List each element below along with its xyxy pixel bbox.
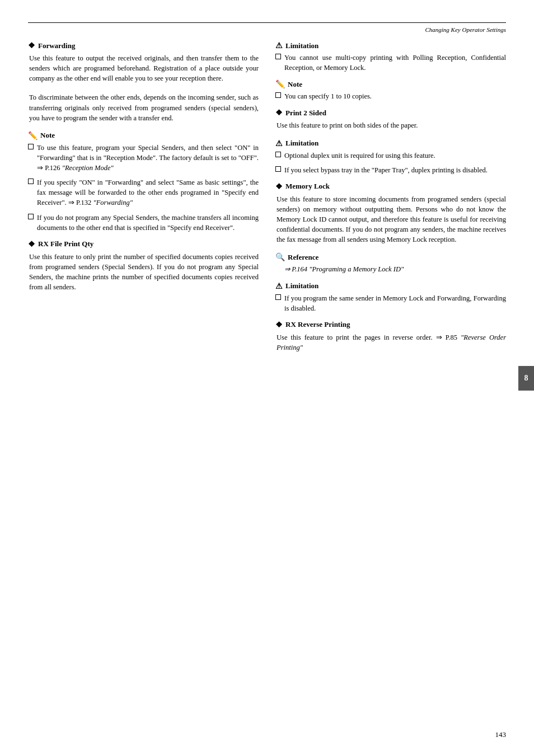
memory-lock-body: Use this feature to store incoming docum… xyxy=(277,194,506,245)
reference1-body: ⇒ P.164 "Programing a Memory Lock ID" xyxy=(275,264,506,274)
header-line xyxy=(28,22,506,23)
limitation2-section: ⚠ Limitation Optional duplex unit is req… xyxy=(275,139,506,175)
list-item: You can specify 1 to 10 copies. xyxy=(275,91,506,101)
rx-reverse-title: ❖ RX Reverse Printing xyxy=(275,320,506,330)
bullet-icon xyxy=(275,294,281,300)
limitation3-title: ⚠ Limitation xyxy=(275,281,506,291)
diamond-icon: ❖ xyxy=(275,182,283,191)
note-icon: ✏️ xyxy=(28,131,38,140)
limitation-icon: ⚠ xyxy=(275,281,283,291)
list-item: If you select bypass tray in the "Paper … xyxy=(275,165,506,175)
two-column-layout: ❖ Forwarding Use this feature to output … xyxy=(28,41,506,360)
chapter-tab: 8 xyxy=(518,366,534,391)
bullet-icon xyxy=(28,214,34,219)
reference1-section: 🔍 Reference ⇒ P.164 "Programing a Memory… xyxy=(275,252,506,274)
forwarding-body2: To discriminate between the other ends, … xyxy=(29,92,259,123)
list-item: Optional duplex unit is required for usi… xyxy=(275,151,506,161)
limitation3-list: If you program the same sender in Memory… xyxy=(275,293,506,313)
header-text: Changing Key Operator Settings xyxy=(28,26,506,33)
page: Changing Key Operator Settings ❖ Forward… xyxy=(0,0,534,756)
rx-reverse-body: Use this feature to print the pages in r… xyxy=(277,332,506,353)
limitation1-list: You cannot use multi-copy printing with … xyxy=(275,53,506,73)
list-item: You cannot use multi-copy printing with … xyxy=(275,53,506,73)
note-icon: ✏️ xyxy=(275,79,285,89)
forwarding-note: ✏️ Note To use this feature, program you… xyxy=(28,131,259,233)
memory-lock-section: ❖ Memory Lock Use this feature to store … xyxy=(275,182,506,245)
bullet-icon xyxy=(28,144,34,149)
limitation-icon: ⚠ xyxy=(275,139,283,148)
limitation2-title: ⚠ Limitation xyxy=(275,139,506,148)
print2sided-section: ❖ Print 2 Sided Use this feature to prin… xyxy=(275,108,506,130)
rx-file-body: Use this feature to only print the numbe… xyxy=(29,252,259,293)
diamond-icon: ❖ xyxy=(275,320,283,330)
rx-file-title: ❖ RX File Print Qty xyxy=(28,240,259,249)
forwarding-section: ❖ Forwarding Use this feature to output … xyxy=(28,41,259,123)
limitation1-title: ⚠ Limitation xyxy=(275,41,506,50)
bullet-icon xyxy=(275,92,281,98)
forwarding-note-title: ✏️ Note xyxy=(28,131,259,140)
rx-file-section: ❖ RX File Print Qty Use this feature to … xyxy=(28,240,259,293)
reference-icon: 🔍 xyxy=(275,252,285,262)
limitation2-list: Optional duplex unit is required for usi… xyxy=(275,151,506,175)
reference1-title: 🔍 Reference xyxy=(275,252,506,262)
left-column: ❖ Forwarding Use this feature to output … xyxy=(28,41,259,300)
bullet-icon xyxy=(275,54,281,59)
bullet-icon xyxy=(275,166,281,172)
rx-reverse-section: ❖ RX Reverse Printing Use this feature t… xyxy=(275,320,506,353)
page-number: 143 xyxy=(495,730,507,739)
diamond-icon: ❖ xyxy=(28,240,35,249)
diamond-icon: ❖ xyxy=(28,41,35,50)
list-item: If you specify "ON" in "Forwarding" and … xyxy=(28,177,259,208)
print2sided-body: Use this feature to print on both sides … xyxy=(277,120,506,130)
diamond-icon: ❖ xyxy=(275,108,283,118)
forwarding-note-list: To use this feature, program your Specia… xyxy=(28,143,259,233)
limitation3-section: ⚠ Limitation If you program the same sen… xyxy=(275,281,506,313)
note1-list: You can specify 1 to 10 copies. xyxy=(275,91,506,101)
memory-lock-title: ❖ Memory Lock xyxy=(275,182,506,191)
forwarding-title: ❖ Forwarding xyxy=(28,41,259,50)
list-item: If you do not program any Special Sender… xyxy=(28,213,259,233)
list-item: If you program the same sender in Memory… xyxy=(275,293,506,313)
list-item: To use this feature, program your Specia… xyxy=(28,143,259,173)
limitation-icon: ⚠ xyxy=(275,41,283,50)
print2sided-title: ❖ Print 2 Sided xyxy=(275,108,506,118)
right-column: ⚠ Limitation You cannot use multi-copy p… xyxy=(275,41,506,360)
forwarding-body1: Use this feature to output the received … xyxy=(29,53,259,83)
bullet-icon xyxy=(28,179,34,184)
note1-section: ✏️ Note You can specify 1 to 10 copies. xyxy=(275,79,506,101)
limitation1-section: ⚠ Limitation You cannot use multi-copy p… xyxy=(275,41,506,73)
note1-title: ✏️ Note xyxy=(275,79,506,89)
bullet-icon xyxy=(275,152,281,157)
